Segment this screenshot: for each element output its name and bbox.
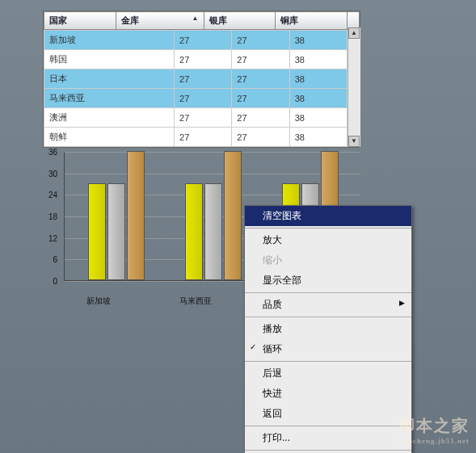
table-cell: 27	[175, 108, 232, 128]
grid-line	[65, 174, 360, 174]
table-cell: 27	[232, 50, 289, 69]
y-tick-label: 18	[41, 212, 57, 221]
y-tick-label: 36	[41, 148, 57, 157]
table-cell: 27	[232, 69, 289, 89]
scroll-down-icon[interactable]: ▼	[348, 136, 360, 147]
menu-item: 缩小	[245, 250, 411, 271]
column-header[interactable]: 国家	[44, 12, 116, 30]
table-row[interactable]: 日本272738	[44, 69, 348, 89]
y-tick-label: 24	[41, 191, 57, 199]
watermark: 脚本之家 jiaocheng.jb51.net	[398, 415, 470, 445]
menu-item[interactable]: 返回	[245, 404, 411, 424]
table-cell: 朝鲜	[44, 128, 175, 147]
menu-separator	[245, 450, 411, 451]
table-cell: 27	[175, 128, 232, 147]
table-scrollbar[interactable]: ▲ ▼	[348, 27, 360, 147]
table-cell: 38	[289, 89, 347, 108]
y-tick-label: 12	[41, 233, 57, 242]
grid-line	[65, 152, 360, 153]
menu-item[interactable]: 循环✓	[245, 339, 411, 359]
menu-item[interactable]: 后退	[245, 363, 411, 384]
menu-item[interactable]: 打印...	[245, 428, 411, 448]
column-header[interactable]: 铜库	[276, 12, 348, 30]
menu-item[interactable]: 品质▶	[245, 295, 411, 315]
bar	[204, 183, 222, 280]
menu-separator	[245, 317, 411, 317]
column-header[interactable]: 银库	[204, 12, 276, 30]
menu-separator	[245, 426, 411, 426]
table-cell: 38	[289, 50, 347, 69]
menu-item[interactable]: 播放	[245, 319, 411, 339]
table-cell: 韩国	[44, 50, 175, 69]
bar	[107, 183, 125, 280]
menu-item[interactable]: 快进	[245, 384, 411, 404]
bar	[88, 183, 106, 280]
x-tick-label: 新加坡	[66, 296, 131, 307]
menu-item[interactable]: 清空图表	[245, 206, 411, 226]
data-table[interactable]: 国家金库▲银库铜库 新加坡272738韩国272738日本272738马来西亚2…	[43, 10, 360, 148]
table-cell: 新加坡	[44, 31, 175, 50]
menu-separator	[245, 292, 411, 293]
bar	[224, 151, 242, 280]
table-cell: 38	[289, 69, 347, 89]
table-cell: 27	[232, 31, 289, 50]
table-cell: 38	[289, 31, 347, 50]
table-cell: 38	[289, 108, 347, 128]
sort-asc-icon: ▲	[192, 15, 199, 22]
table-cell: 27	[232, 128, 289, 147]
table-cell: 27	[175, 69, 232, 89]
column-header[interactable]: 金库▲	[116, 12, 204, 30]
submenu-arrow-icon: ▶	[399, 299, 405, 307]
table-row[interactable]: 朝鲜272738	[44, 128, 348, 147]
menu-item[interactable]: 显示全部	[245, 271, 411, 291]
table-row[interactable]: 韩国272738	[44, 50, 348, 69]
table-row[interactable]: 马来西亚272738	[44, 89, 348, 108]
menu-item[interactable]: 放大	[245, 230, 411, 250]
check-icon: ✓	[250, 342, 256, 351]
table-cell: 38	[289, 128, 347, 147]
table-cell: 27	[232, 108, 289, 128]
table-row[interactable]: 新加坡272738	[44, 31, 348, 50]
y-tick-label: 30	[41, 169, 57, 178]
table-row[interactable]: 澳洲272738	[44, 108, 348, 128]
x-tick-label: 马来西亚	[163, 296, 228, 307]
y-tick-label: 0	[41, 277, 57, 286]
y-tick-label: 6	[41, 255, 57, 264]
bar	[185, 183, 203, 280]
table-cell: 27	[175, 50, 232, 69]
table-cell: 日本	[44, 69, 175, 89]
table-cell: 27	[232, 89, 289, 108]
table-cell: 27	[175, 31, 232, 50]
table-cell: 马来西亚	[44, 89, 175, 108]
menu-separator	[245, 228, 411, 229]
table-cell: 27	[175, 89, 232, 108]
scroll-up-icon[interactable]: ▲	[348, 27, 360, 39]
context-menu[interactable]: 清空图表放大缩小显示全部品质▶播放循环✓后退快进返回打印...显示重绘区域调试器…	[244, 205, 412, 453]
bar	[127, 151, 145, 280]
menu-separator	[245, 361, 411, 362]
table-cell: 澳洲	[44, 108, 175, 128]
